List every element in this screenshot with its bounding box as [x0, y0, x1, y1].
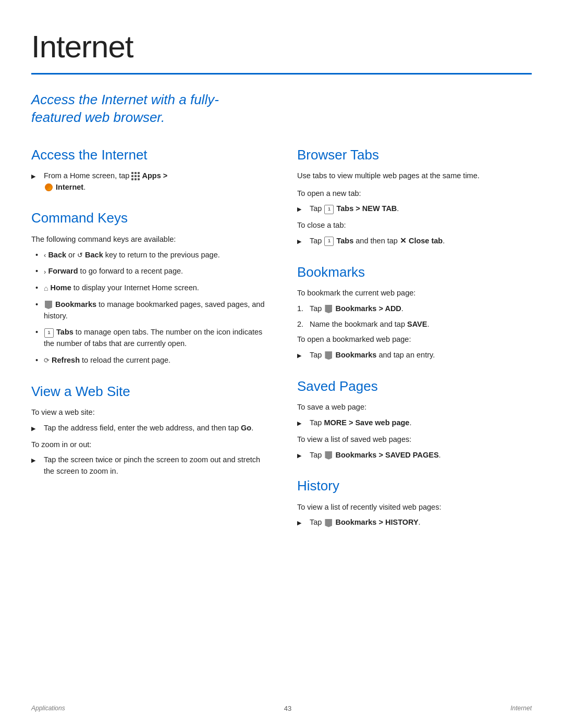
- apps-label: Apps >: [142, 171, 167, 180]
- section-saved-pages: Saved Pages To save a web page: Tap MORE…: [297, 377, 532, 461]
- footer-page-number: 43: [284, 704, 291, 713]
- view-web-site-zoom-list: Tap the screen twice or pinch the screen…: [31, 454, 266, 477]
- view-web-site-to-zoom: To zoom in or out:: [31, 439, 266, 451]
- back-label2: Back: [85, 251, 103, 259]
- view-web-site-to-view: To view a web site:: [31, 407, 266, 418]
- back-arrow-icon: ↺: [77, 250, 83, 261]
- tabs-icon: 1: [44, 328, 54, 338]
- bookmarks-open-icon: [325, 351, 332, 360]
- internet-icon: [45, 183, 53, 191]
- bookmarks-step1-icon: [325, 305, 332, 313]
- refresh-icon: ⟳: [44, 355, 50, 366]
- browser-tabs-intro: Use tabs to view multiple web pages at t…: [297, 170, 532, 182]
- bookmarks-step1: 1. Tap Bookmarks > ADD.: [297, 303, 532, 315]
- access-internet-text: From a Home screen, tap Apps > Internet.: [44, 171, 167, 191]
- page-title: Internet: [31, 25, 532, 69]
- saved-pages-title: Saved Pages: [297, 377, 532, 396]
- tabs-label: Tabs: [56, 328, 74, 336]
- saved-pages-to-view: To view a list of saved web pages:: [297, 434, 532, 446]
- bookmarks-icon: [45, 301, 52, 309]
- browser-tabs-open-list: Tap 1 Tabs > NEW TAB.: [297, 203, 532, 215]
- bookmarks-to-bookmark: To bookmark the current web page:: [297, 288, 532, 299]
- command-keys-title: Command Keys: [31, 208, 266, 227]
- tabs-close-icon: 1: [324, 237, 334, 246]
- go-label: Go: [241, 424, 251, 432]
- tabs-open-icon: 1: [324, 205, 334, 214]
- saved-pages-label: Bookmarks > SAVED PAGES: [335, 451, 438, 459]
- view-web-site-zoom-item: Tap the screen twice or pinch the screen…: [31, 454, 266, 477]
- browser-tabs-to-open: To open a new tab:: [297, 188, 532, 200]
- command-key-tabs: 1 Tabs to manage open tabs. The number o…: [31, 327, 266, 350]
- section-bookmarks: Bookmarks To bookmark the current web pa…: [297, 263, 532, 361]
- home-icon: ⌂: [44, 283, 48, 294]
- forward-label: Forward: [48, 267, 78, 275]
- view-web-site-title: View a Web Site: [31, 382, 266, 401]
- section-view-web-site: View a Web Site To view a web site: Tap …: [31, 382, 266, 477]
- saved-pages-bookmarks-icon: [325, 451, 332, 460]
- saved-pages-to-save: To save a web page:: [297, 402, 532, 413]
- saved-pages-view-list: Tap Bookmarks > SAVED PAGES.: [297, 450, 532, 461]
- title-divider: [31, 73, 532, 75]
- bookmarks-to-open: To open a bookmarked web page:: [297, 334, 532, 346]
- bookmarks-open-label: Bookmarks: [335, 351, 376, 359]
- tabs-new-tab-label: Tabs > NEW TAB: [336, 204, 397, 213]
- view-web-site-item: Tap the address field, enter the web add…: [31, 423, 266, 434]
- command-key-home: ⌂ Home to display your Internet Home scr…: [31, 282, 266, 294]
- history-item: Tap Bookmarks > HISTORY.: [297, 517, 532, 528]
- history-list: Tap Bookmarks > HISTORY.: [297, 517, 532, 528]
- tabs-label-close: Tabs: [336, 237, 353, 245]
- access-internet-title: Access the Internet: [31, 145, 266, 164]
- browser-tabs-open-item: Tap 1 Tabs > NEW TAB.: [297, 203, 532, 215]
- history-bookmarks-icon: [325, 519, 332, 527]
- command-keys-list: ‹ Back or ↺ Back key to return to the pr…: [31, 250, 266, 366]
- back-label: Back: [48, 251, 66, 259]
- command-keys-intro: The following command keys are available…: [31, 234, 266, 245]
- browser-tabs-close-list: Tap 1 Tabs and then tap ✕ Close tab.: [297, 236, 532, 247]
- browser-tabs-close-item: Tap 1 Tabs and then tap ✕ Close tab.: [297, 236, 532, 247]
- saved-pages-save-item: Tap MORE > Save web page.: [297, 417, 532, 429]
- footer: Applications 43 Internet: [0, 704, 563, 713]
- page: Internet Access the Internet with a full…: [0, 0, 563, 728]
- bookmarks-steps: 1. Tap Bookmarks > ADD. 2. Name the book…: [297, 303, 532, 330]
- close-tab-x: ✕ Close tab: [400, 237, 443, 245]
- bookmarks-step2: 2. Name the bookmark and tap SAVE.: [297, 319, 532, 330]
- save-label: SAVE: [407, 320, 427, 328]
- access-internet-list: From a Home screen, tap Apps > Internet.: [31, 170, 266, 193]
- view-web-site-list: Tap the address field, enter the web add…: [31, 423, 266, 434]
- left-column: Access the Internet From a Home screen, …: [31, 145, 266, 545]
- browser-tabs-title: Browser Tabs: [297, 145, 532, 164]
- command-key-refresh: ⟳ Refresh to reload the current page.: [31, 355, 266, 366]
- back-chevron-icon: ‹: [44, 250, 46, 261]
- internet-label: Internet: [56, 183, 83, 191]
- footer-left: Applications: [31, 704, 65, 713]
- apps-icon: [131, 172, 140, 180]
- refresh-label: Refresh: [52, 356, 80, 364]
- command-key-forward: › Forward to go forward to a recent page…: [31, 266, 266, 277]
- home-label: Home: [51, 283, 71, 292]
- history-title: History: [297, 476, 532, 495]
- forward-icon: ›: [44, 267, 46, 277]
- section-history: History To view a list of recently visit…: [297, 476, 532, 528]
- bookmarks-open-list: Tap Bookmarks and tap an entry.: [297, 350, 532, 361]
- browser-tabs-to-close: To close a tab:: [297, 220, 532, 231]
- saved-pages-view-item: Tap Bookmarks > SAVED PAGES.: [297, 450, 532, 461]
- access-internet-item: From a Home screen, tap Apps > Internet.: [31, 170, 266, 193]
- right-column: Browser Tabs Use tabs to view multiple w…: [297, 145, 532, 545]
- section-browser-tabs: Browser Tabs Use tabs to view multiple w…: [297, 145, 532, 247]
- saved-pages-save-list: Tap MORE > Save web page.: [297, 417, 532, 429]
- section-access-internet: Access the Internet From a Home screen, …: [31, 145, 266, 193]
- tagline: Access the Internet with a fully-feature…: [31, 91, 240, 127]
- command-key-bookmarks: Bookmarks to manage bookmarked pages, sa…: [31, 299, 266, 322]
- footer-right: Internet: [510, 704, 532, 713]
- bookmarks-label: Bookmarks: [55, 300, 96, 309]
- bookmarks-title: Bookmarks: [297, 263, 532, 281]
- bookmarks-open-item: Tap Bookmarks and tap an entry.: [297, 350, 532, 361]
- command-key-back: ‹ Back or ↺ Back key to return to the pr…: [31, 250, 266, 261]
- history-label: Bookmarks > HISTORY: [335, 518, 418, 526]
- bookmarks-add-label: Bookmarks > ADD: [335, 304, 401, 313]
- more-label: MORE > Save web page: [324, 418, 409, 427]
- history-to-view: To view a list of recently visited web p…: [297, 502, 532, 513]
- section-command-keys: Command Keys The following command keys …: [31, 208, 266, 366]
- two-col-layout: Access the Internet From a Home screen, …: [31, 145, 532, 545]
